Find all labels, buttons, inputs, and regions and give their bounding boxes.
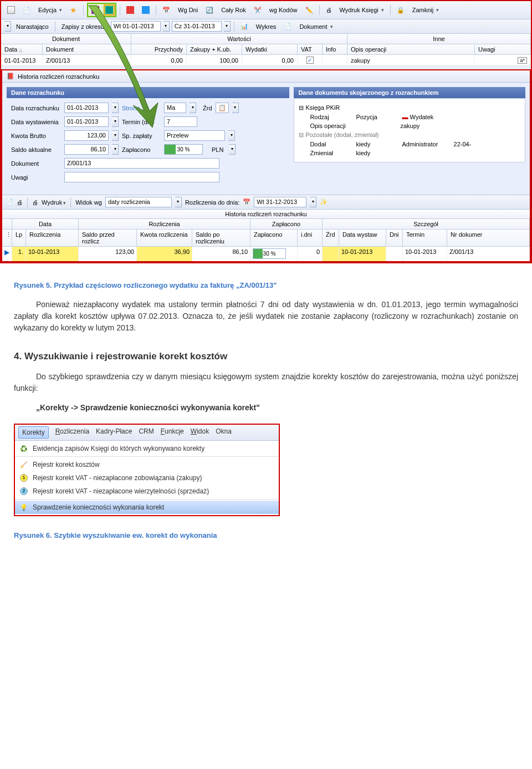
sp-zaplaty-dd[interactable]: ▾ bbox=[228, 130, 235, 141]
rozl-date-dd[interactable]: ▾ bbox=[310, 197, 316, 207]
cycle-icon[interactable]: 🔄 bbox=[203, 6, 216, 15]
zrd-dd[interactable]: ▾ bbox=[232, 103, 239, 113]
menu-korekty[interactable]: Korekty bbox=[18, 426, 49, 439]
edit-icon[interactable]: 📄 bbox=[20, 6, 33, 15]
col-vat[interactable]: VAT bbox=[298, 44, 323, 54]
tool-icon-1[interactable] bbox=[89, 5, 102, 15]
date-from-dd[interactable]: ▾ bbox=[163, 21, 170, 32]
col-info[interactable]: Info bbox=[323, 44, 347, 54]
col-zakupy[interactable]: Zakupy + K.ub. bbox=[187, 44, 242, 54]
strona-input[interactable]: Ma bbox=[164, 103, 186, 113]
strona-label: Strona bbox=[122, 105, 161, 111]
group-dokument: Dokument bbox=[1, 34, 131, 44]
data-rozr-dd[interactable]: ▾ bbox=[112, 103, 119, 113]
dokument-button[interactable]: Dokument▾ bbox=[296, 22, 335, 31]
date-from-input[interactable]: Wt 01-01-2013 bbox=[111, 21, 161, 32]
red-square-icon[interactable] bbox=[124, 5, 137, 15]
wykres-button[interactable]: Wykres bbox=[253, 22, 279, 31]
pencil-icon[interactable]: ✏️ bbox=[303, 6, 316, 15]
tree-pozostale[interactable]: ⊟ Pozostałe (dodał, zmieniał) bbox=[299, 130, 520, 140]
rozl-do-dnia-label: Rozliczenia do dnia: bbox=[185, 199, 239, 206]
menu-item-rejestr-kosztow[interactable]: 🧹 Rejestr korekt kosztów bbox=[15, 458, 279, 471]
sp-zaplaty-input[interactable]: Przelew bbox=[164, 130, 225, 141]
cal-small-icon[interactable]: 📅 bbox=[243, 198, 250, 206]
tree-zmienial-row: Zmieniał kiedy bbox=[299, 149, 520, 157]
menu-rozliczenia[interactable]: RRozliczeniaozliczenia bbox=[55, 426, 89, 439]
doc-small-icon[interactable]: 📄 bbox=[6, 198, 13, 206]
widok-wg-input[interactable]: daty rozliczenia bbox=[105, 197, 172, 207]
cell-uwagi[interactable]: a* bbox=[475, 55, 531, 65]
grid-columns: Data △ Dokument Przychody Zakupy + K.ub.… bbox=[1, 44, 531, 55]
hist-idni: 0 bbox=[298, 247, 323, 261]
menu-item-rejestr-vat-zakupy[interactable]: 1 Rejestr korekt VAT - niezapłacone zobo… bbox=[15, 471, 279, 485]
termin-label: Termin (dni) bbox=[122, 119, 161, 125]
col-dokument[interactable]: Dokument bbox=[43, 44, 131, 54]
print-small-icon[interactable]: 🖨 bbox=[17, 199, 23, 206]
hist-row[interactable]: ▶ 1. 10-01-2013 123,00 36,90 86,10 30 % … bbox=[2, 247, 530, 261]
tree-ksiega[interactable]: ⊟ Księga PKiR bbox=[299, 103, 520, 113]
tool-icon-selected[interactable] bbox=[104, 4, 115, 16]
menu-widok[interactable]: Widok bbox=[191, 426, 209, 439]
menu-item-ewidencja[interactable]: ♻️ Ewidencja zapisów Księgi do których w… bbox=[15, 442, 279, 455]
zamknij-button[interactable]: Zamknij▾ bbox=[410, 6, 442, 14]
menu-item-rejestr-vat-sprzedaz[interactable]: 2 Rejestr korekt VAT - niezapłacone wier… bbox=[15, 485, 279, 498]
rozl-date-input[interactable]: Wt 31-12-2013 bbox=[254, 197, 306, 207]
data-wyst-dd[interactable]: ▾ bbox=[112, 116, 119, 127]
cell-vat[interactable]: ✓ bbox=[298, 55, 323, 65]
circle-1-icon: 1 bbox=[20, 474, 28, 482]
grid-row[interactable]: 01-01-2013 Z/001/13 0,00 100,00 0,00 ✓ z… bbox=[1, 55, 531, 66]
dropdown-toggle[interactable]: ▾ bbox=[4, 21, 11, 32]
star-icon[interactable]: ★ bbox=[67, 4, 80, 16]
wand-icon[interactable]: ✨ bbox=[320, 198, 328, 206]
edycja-button[interactable]: Edycja▾ bbox=[35, 6, 65, 14]
menu-funkcje[interactable]: Funkcje bbox=[161, 426, 184, 439]
date-to-dd[interactable]: ▾ bbox=[224, 21, 231, 32]
lock-icon[interactable]: 🔒 bbox=[394, 6, 407, 15]
zrd-icon-input[interactable]: 📋 bbox=[216, 103, 229, 113]
caly-rok-button[interactable]: Cały Rok bbox=[218, 6, 249, 14]
blue-square-icon[interactable] bbox=[139, 5, 152, 15]
dokument-input[interactable]: Z/001/13 bbox=[64, 158, 219, 169]
widok-wg-dd[interactable]: ▾ bbox=[175, 197, 182, 207]
printer-icon[interactable]: 🖨 bbox=[32, 199, 38, 206]
eraser-icon: 🧹 bbox=[19, 460, 28, 469]
menu-kadry[interactable]: Kadry-Płace bbox=[96, 426, 132, 439]
wydruk-button[interactable]: Wydruk▾ bbox=[42, 199, 66, 206]
wydruk-ksiegi-button[interactable]: Wydruk Księgi▾ bbox=[337, 6, 387, 14]
zrd-label: Źrd bbox=[203, 105, 212, 111]
strona-dd[interactable]: ▾ bbox=[190, 103, 196, 113]
wg-dni-button[interactable]: Wg Dni bbox=[175, 6, 201, 14]
print-icon[interactable]: 🖨 bbox=[323, 6, 335, 14]
dane-dokumentu-panel: Dane dokumentu skojarzonego z rozrachunk… bbox=[294, 87, 525, 190]
termin-input[interactable]: 7 bbox=[164, 116, 197, 127]
vat-checkbox[interactable]: ✓ bbox=[306, 57, 314, 64]
col-opis[interactable]: Opis operacji bbox=[347, 44, 475, 54]
saldo-dd[interactable]: ▾ bbox=[112, 144, 119, 155]
col-wydatki[interactable]: Wydatki bbox=[242, 44, 298, 54]
doc-paragraph-2: Do szybkiego sprawdzenia czy w danym mie… bbox=[14, 371, 518, 394]
menu-crm[interactable]: CRM bbox=[139, 426, 154, 439]
menu-okna[interactable]: Okna bbox=[216, 426, 232, 439]
codes-icon[interactable]: ✂️ bbox=[251, 6, 264, 15]
narastajaco-button[interactable]: Narastająco bbox=[13, 22, 52, 31]
data-wyst-input[interactable]: 01-01-2013 bbox=[64, 116, 109, 127]
col-data[interactable]: Data △ bbox=[1, 44, 43, 54]
wg-kodow-button[interactable]: wg Kodów bbox=[267, 6, 300, 14]
kwota-input[interactable]: 123,00 bbox=[64, 130, 109, 141]
data-rozr-input[interactable]: 01-01-2013 bbox=[64, 103, 109, 113]
kwota-dd[interactable]: ▾ bbox=[112, 130, 119, 141]
date-to-input[interactable]: Cz 31-01-2013 bbox=[172, 21, 222, 32]
saldo-input[interactable]: 86,10 bbox=[64, 144, 109, 155]
menu-item-sprawdzenie[interactable]: 💡 Sprawdzenie konieczności wykonania kor… bbox=[15, 501, 279, 514]
doc-icon[interactable]: 📄 bbox=[281, 22, 294, 31]
cell-data: 01-01-2013 bbox=[1, 55, 43, 65]
pln-dd[interactable]: ▾ bbox=[229, 144, 236, 155]
col-uwagi[interactable]: Uwagi bbox=[475, 44, 531, 54]
uwagi-input[interactable] bbox=[64, 172, 219, 182]
panel-title: Historia rozliczeń rozrachunku bbox=[18, 73, 99, 80]
col-przychody[interactable]: Przychody bbox=[131, 44, 187, 54]
app-icon bbox=[4, 5, 18, 15]
calendar-icon[interactable]: 📅 bbox=[160, 6, 173, 15]
chart-icon[interactable]: 📊 bbox=[238, 22, 251, 31]
hist-saldo-po: 86,10 bbox=[192, 247, 250, 261]
